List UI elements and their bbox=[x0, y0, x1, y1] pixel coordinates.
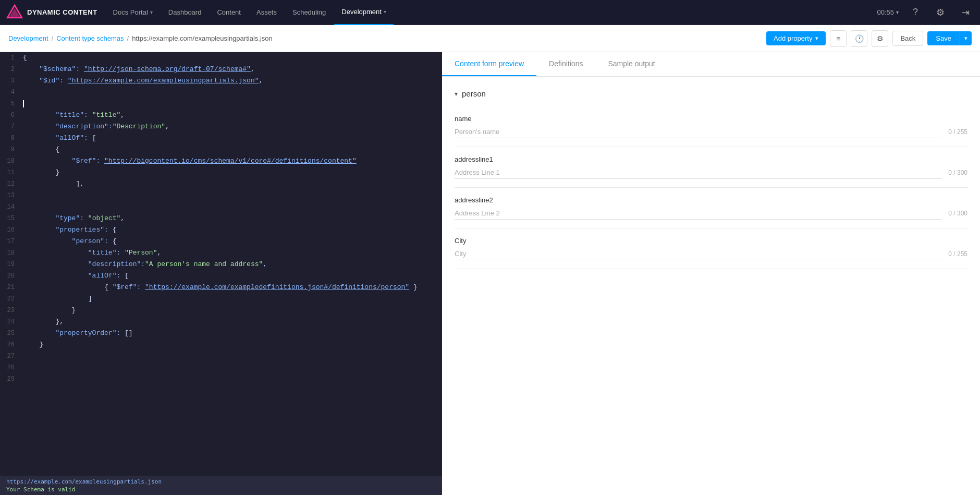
help-icon[interactable]: ? bbox=[907, 4, 924, 21]
line-content: } bbox=[21, 167, 442, 178]
field-counter: 0 / 255 bbox=[948, 128, 967, 136]
punct-token: , bbox=[165, 123, 169, 130]
punct-token: { bbox=[23, 146, 59, 153]
line-number: 27 bbox=[0, 351, 21, 362]
string-token: "Person" bbox=[125, 249, 157, 257]
field-input-addressline2[interactable] bbox=[455, 207, 942, 220]
line-number: 7 bbox=[0, 121, 21, 132]
line-number: 28 bbox=[0, 362, 21, 373]
breadcrumb-development[interactable]: Development bbox=[8, 34, 48, 42]
status-bar: https://example.com/exampleusingpartials… bbox=[0, 476, 442, 495]
code-line: 1{ bbox=[0, 52, 442, 64]
code-line: 4 bbox=[0, 87, 442, 98]
settings-icon[interactable]: ⚙ bbox=[932, 4, 949, 21]
line-number: 1 bbox=[0, 52, 21, 64]
field-counter: 0 / 300 bbox=[948, 169, 967, 176]
nav-right-actions: 00:55 ▾ ? ⚙ ⇥ bbox=[877, 4, 974, 21]
line-content: "description":"A person's name and addre… bbox=[21, 259, 442, 270]
nav-item-scheduling[interactable]: Scheduling bbox=[285, 0, 333, 25]
code-line: 19 "description":"A person's name and ad… bbox=[0, 259, 442, 270]
form-field: City0 / 255 bbox=[455, 228, 967, 269]
code-line: 3 "$id": "https://example.com/exampleusi… bbox=[0, 75, 442, 87]
line-number: 3 bbox=[0, 75, 21, 87]
code-line: 10 "$ref": "http://bigcontent.io/cms/sch… bbox=[0, 155, 442, 167]
nav-item-dashboard[interactable]: Dashboard bbox=[161, 0, 209, 25]
line-number: 10 bbox=[0, 155, 21, 167]
punct-token: , bbox=[263, 260, 267, 268]
punct-token: ], bbox=[23, 180, 84, 188]
punct-token: , bbox=[120, 111, 125, 119]
line-content: "propertyOrder": [] bbox=[21, 328, 442, 339]
save-group: Save ▾ bbox=[927, 31, 972, 45]
punct-token: , bbox=[251, 65, 255, 73]
code-line: 13 bbox=[0, 190, 442, 201]
nav-item-development[interactable]: Development ▾ bbox=[334, 0, 394, 25]
line-number: 24 bbox=[0, 316, 21, 328]
save-button[interactable]: Save bbox=[927, 31, 960, 45]
section-toggle-person[interactable]: ▾ bbox=[455, 90, 458, 98]
code-line: 25 "propertyOrder": [] bbox=[0, 328, 442, 339]
breadcrumb-current-file: https://example.com/exampleusingpartials… bbox=[132, 34, 273, 42]
line-content: "allOf": [ bbox=[21, 132, 442, 144]
chevron-down-icon: ▾ bbox=[384, 9, 386, 15]
code-line: 11 } bbox=[0, 167, 442, 178]
code-line: 15 "type": "object", bbox=[0, 213, 442, 224]
filter-icon[interactable]: ⚙ bbox=[872, 30, 888, 47]
link-token[interactable]: "http://json-schema.org/draft-07/schema#… bbox=[84, 65, 251, 73]
punct-token: } bbox=[23, 168, 59, 176]
line-number: 23 bbox=[0, 305, 21, 316]
tab-definitions[interactable]: Definitions bbox=[536, 52, 595, 76]
code-line: 16 "properties": { bbox=[0, 224, 442, 236]
line-number: 6 bbox=[0, 110, 21, 121]
line-content bbox=[21, 98, 442, 110]
right-panel: Content form preview Definitions Sample … bbox=[442, 52, 980, 495]
section-title-person: person bbox=[462, 89, 486, 98]
field-input-row: 0 / 300 bbox=[455, 166, 967, 179]
logout-icon[interactable]: ⇥ bbox=[957, 4, 974, 21]
punct-token: { bbox=[23, 54, 27, 62]
code-content[interactable]: 1{2 "$schema": "http://json-schema.org/d… bbox=[0, 52, 442, 476]
breadcrumb-content-type-schemas[interactable]: Content type schemas bbox=[56, 34, 124, 42]
nav-items: Docs Portal ▾ Dashboard Content Assets S… bbox=[106, 0, 877, 25]
panel-tabs: Content form preview Definitions Sample … bbox=[442, 52, 980, 77]
key-token: "description": bbox=[23, 260, 145, 268]
logo-area[interactable]: DYNAMIC CONTENT bbox=[6, 4, 97, 21]
line-number: 18 bbox=[0, 247, 21, 259]
tab-sample-output[interactable]: Sample output bbox=[595, 52, 667, 76]
chevron-down-icon: ▾ bbox=[150, 9, 153, 15]
tab-content-form-preview[interactable]: Content form preview bbox=[442, 52, 536, 76]
line-content: "title": "Person", bbox=[21, 247, 442, 259]
form-field: name0 / 255 bbox=[455, 106, 967, 147]
nav-item-assets[interactable]: Assets bbox=[249, 0, 284, 25]
line-content: } bbox=[21, 339, 442, 351]
line-content: "title": "title", bbox=[21, 110, 442, 121]
field-label: addressline1 bbox=[455, 155, 967, 163]
toolbar-actions: Add property ▾ ≡ 🕐 ⚙ Back Save ▾ bbox=[766, 30, 972, 47]
add-property-button[interactable]: Add property ▾ bbox=[766, 31, 826, 45]
chevron-down-icon: ▾ bbox=[815, 35, 818, 42]
code-line: 9 { bbox=[0, 144, 442, 155]
status-valid: Your Schema is valid bbox=[6, 486, 436, 493]
punct-token: , bbox=[120, 214, 125, 222]
list-view-icon[interactable]: ≡ bbox=[830, 30, 847, 47]
line-number: 25 bbox=[0, 328, 21, 339]
app-title: DYNAMIC CONTENT bbox=[27, 8, 97, 16]
nav-item-docs-portal[interactable]: Docs Portal ▾ bbox=[106, 0, 160, 25]
link-token[interactable]: "https://example.com/exampleusingpartial… bbox=[68, 77, 259, 84]
link-token[interactable]: "http://bigcontent.io/cms/schema/v1/core… bbox=[104, 157, 357, 165]
nav-item-content[interactable]: Content bbox=[210, 0, 248, 25]
line-number: 14 bbox=[0, 201, 21, 213]
field-input-city[interactable] bbox=[455, 248, 942, 260]
field-input-addressline1[interactable] bbox=[455, 166, 942, 179]
line-number: 12 bbox=[0, 178, 21, 190]
text-cursor bbox=[23, 100, 24, 107]
code-line: 24 }, bbox=[0, 316, 442, 328]
code-line: 21 { "$ref": "https://example.com/exampl… bbox=[0, 282, 442, 293]
history-icon[interactable]: 🕐 bbox=[851, 30, 867, 47]
link-token[interactable]: "https://example.com/exampledefinitions.… bbox=[145, 283, 409, 291]
back-button[interactable]: Back bbox=[892, 31, 923, 46]
field-input-name[interactable] bbox=[455, 126, 942, 138]
code-editor[interactable]: 1{2 "$schema": "http://json-schema.org/d… bbox=[0, 52, 442, 495]
breadcrumb-sep-1: / bbox=[52, 34, 54, 42]
save-dropdown-button[interactable]: ▾ bbox=[960, 31, 972, 45]
